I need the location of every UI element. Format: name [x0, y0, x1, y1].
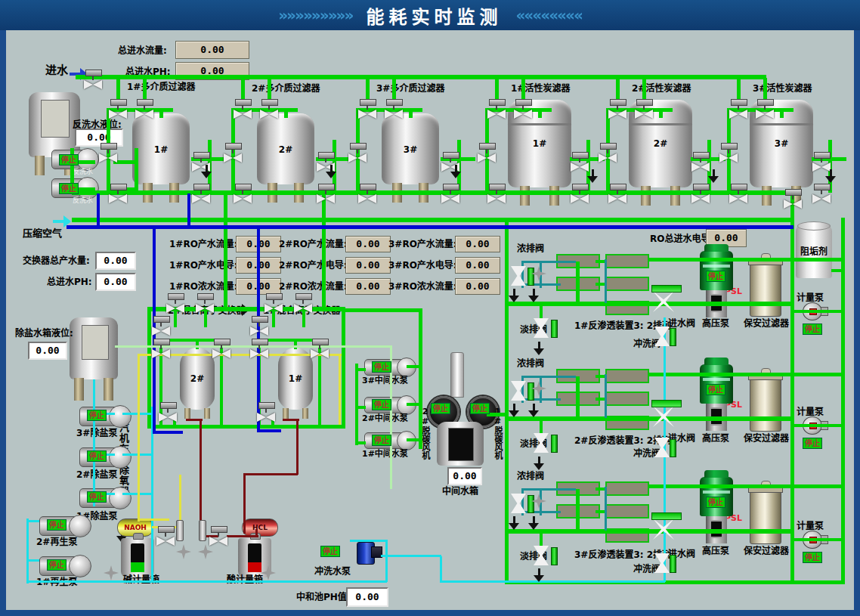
status-stop: 停止: [803, 323, 822, 335]
filter-label: 1#多介质过滤器: [127, 82, 195, 93]
valve-icon[interactable]: [249, 339, 269, 359]
pipe: [147, 425, 345, 429]
valve-icon[interactable]: [511, 381, 526, 401]
valve-icon[interactable]: [108, 184, 128, 204]
valve-icon[interactable]: [264, 293, 283, 314]
valve-icon[interactable]: [316, 152, 336, 172]
status-stop: 停止: [87, 450, 107, 462]
desalt-level-value[interactable]: 0.00: [28, 342, 67, 360]
valve-icon[interactable]: [259, 99, 279, 119]
status-stop: 停止: [87, 410, 107, 421]
valve-icon[interactable]: [233, 99, 252, 119]
pipe: [648, 484, 843, 488]
valve-icon[interactable]: [477, 143, 497, 163]
valve-icon[interactable]: [654, 327, 670, 346]
valve-icon[interactable]: [135, 99, 154, 119]
pipe: [792, 310, 843, 313]
valve-icon[interactable]: [83, 70, 103, 90]
valve-icon[interactable]: [166, 293, 185, 314]
valve-icon[interactable]: [608, 99, 627, 119]
pipe: [648, 258, 843, 262]
valve-icon[interactable]: [156, 526, 175, 546]
valve-icon[interactable]: [357, 184, 377, 204]
pipe: [138, 518, 169, 521]
valve-icon[interactable]: [783, 189, 803, 209]
valve-icon[interactable]: [598, 143, 617, 163]
valve-icon[interactable]: [191, 184, 211, 204]
valve-icon[interactable]: [654, 438, 670, 457]
valve-icon[interactable]: [223, 143, 243, 163]
valve-icon[interactable]: [348, 143, 367, 163]
valve-icon[interactable]: [209, 526, 228, 546]
agitator-icon: [198, 544, 213, 559]
valve-icon[interactable]: [654, 553, 670, 573]
valve-icon[interactable]: [487, 184, 506, 204]
pipe: [505, 416, 793, 421]
filter-label: 3#多介质过滤器: [376, 83, 444, 94]
valve-icon[interactable]: [293, 293, 313, 314]
valve-icon[interactable]: [729, 184, 748, 204]
valve-icon[interactable]: [256, 402, 276, 423]
pipe: [538, 110, 542, 118]
neutral-ph-value[interactable]: 0.00: [346, 587, 388, 607]
status-stop: 停止: [706, 497, 725, 508]
valve-icon[interactable]: [158, 402, 178, 423]
valve-icon[interactable]: [511, 266, 526, 286]
exchanger-total-value[interactable]: 0.00: [95, 252, 136, 270]
valve-icon[interactable]: [357, 99, 377, 119]
pipe: [151, 580, 387, 583]
status-stop: 停止: [706, 384, 725, 395]
ro-flow-value[interactable]: 0.00: [455, 236, 500, 252]
pipe: [138, 354, 140, 522]
valve-icon[interactable]: [729, 99, 748, 119]
valve-icon[interactable]: [441, 152, 460, 172]
vent-pipe: [450, 352, 464, 398]
pipe: [381, 555, 441, 557]
valve-icon[interactable]: [384, 99, 404, 119]
pipe: [322, 190, 326, 310]
inlet-ph-value[interactable]: 0.00: [95, 273, 136, 291]
ion-exchanger-tank: 1#: [278, 348, 313, 410]
valve-icon[interactable]: [249, 316, 269, 336]
valve-icon[interactable]: [634, 99, 654, 119]
pipe: [648, 373, 843, 376]
filter-label: 2#活性炭滤器: [632, 83, 691, 94]
ro-conc-value[interactable]: 0.00: [345, 278, 391, 295]
flow-arrow-icon: [713, 169, 715, 178]
ro-conc-value[interactable]: 0.00: [455, 278, 500, 295]
inlet-label: 进水: [45, 63, 68, 78]
valve-icon[interactable]: [812, 152, 831, 172]
valve-icon[interactable]: [570, 152, 589, 172]
pipe: [419, 308, 422, 449]
filter-tank: 3#: [382, 113, 439, 184]
ro-cond-value[interactable]: 0.00: [455, 257, 500, 274]
valve-icon[interactable]: [513, 99, 533, 119]
total-flow-value[interactable]: 0.00: [175, 41, 249, 59]
valve-icon[interactable]: [151, 316, 171, 336]
valve-icon[interactable]: [151, 339, 171, 359]
valve-icon[interactable]: [755, 99, 775, 119]
valve-icon[interactable]: [691, 152, 710, 172]
valve-icon[interactable]: [212, 339, 231, 359]
valve-icon[interactable]: [191, 152, 211, 172]
pipe: [243, 473, 298, 475]
valve-icon[interactable]: [233, 184, 252, 204]
pipe: [67, 225, 793, 229]
valve-icon[interactable]: [310, 339, 329, 359]
valve-icon[interactable]: [608, 184, 627, 204]
valve-icon[interactable]: [316, 184, 336, 204]
middle-tank-value[interactable]: 0.00: [447, 467, 482, 485]
pipe: [224, 190, 227, 310]
pipe: [258, 429, 281, 432]
valve-icon[interactable]: [719, 143, 738, 163]
ro-cond-value[interactable]: 0.00: [345, 257, 391, 274]
backwash-pump-label: 反洗水: [73, 197, 93, 205]
flush-water-pump[interactable]: [352, 540, 382, 565]
ro-flow-value[interactable]: 0.00: [345, 236, 391, 252]
valve-icon[interactable]: [108, 99, 128, 119]
valve-icon[interactable]: [195, 293, 215, 314]
valve-icon[interactable]: [511, 494, 526, 513]
valve-icon[interactable]: [98, 143, 118, 163]
valve-icon[interactable]: [487, 99, 506, 119]
valve-icon[interactable]: [441, 184, 460, 204]
